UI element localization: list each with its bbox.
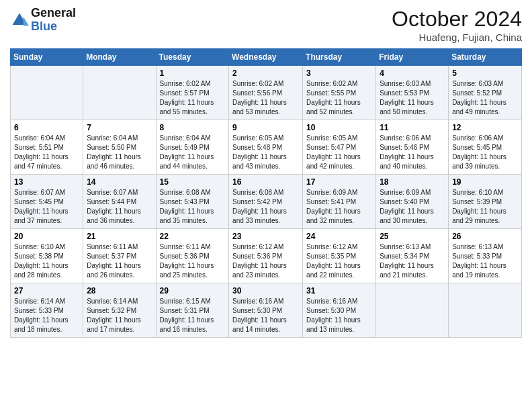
logo-blue: Blue xyxy=(31,20,76,34)
day-number: 25 xyxy=(380,232,445,241)
day-info: Sunrise: 6:08 AM Sunset: 5:42 PM Dayligh… xyxy=(232,188,299,226)
logo-general: General xyxy=(31,7,76,20)
calendar-day-cell: 20Sunrise: 6:10 AM Sunset: 5:38 PM Dayli… xyxy=(11,229,83,283)
calendar-day-cell: 11Sunrise: 6:06 AM Sunset: 5:46 PM Dayli… xyxy=(376,120,449,175)
day-info: Sunrise: 6:07 AM Sunset: 5:44 PM Dayligh… xyxy=(87,188,152,226)
calendar-day-cell xyxy=(83,66,156,120)
day-info: Sunrise: 6:05 AM Sunset: 5:48 PM Dayligh… xyxy=(232,134,299,171)
day-info: Sunrise: 6:11 AM Sunset: 5:37 PM Dayligh… xyxy=(87,242,152,280)
calendar-day-cell: 9Sunrise: 6:05 AM Sunset: 5:48 PM Daylig… xyxy=(229,120,303,175)
day-info: Sunrise: 6:03 AM Sunset: 5:52 PM Dayligh… xyxy=(452,79,518,117)
svg-marker-1 xyxy=(24,16,29,26)
day-number: 18 xyxy=(380,177,445,187)
logo-icon xyxy=(10,11,29,30)
calendar-day-cell: 7Sunrise: 6:04 AM Sunset: 5:50 PM Daylig… xyxy=(83,120,156,175)
calendar-day-cell: 29Sunrise: 6:15 AM Sunset: 5:31 PM Dayli… xyxy=(156,283,229,338)
day-number: 8 xyxy=(160,123,226,132)
day-info: Sunrise: 6:04 AM Sunset: 5:50 PM Dayligh… xyxy=(87,134,152,171)
day-number: 10 xyxy=(306,123,372,132)
calendar-day-cell: 23Sunrise: 6:12 AM Sunset: 5:36 PM Dayli… xyxy=(229,229,303,283)
day-number: 12 xyxy=(452,123,518,132)
day-number: 17 xyxy=(306,177,372,187)
day-info: Sunrise: 6:12 AM Sunset: 5:35 PM Dayligh… xyxy=(306,242,372,280)
day-number: 4 xyxy=(380,68,445,78)
title-block: October 2024 Huafeng, Fujian, China xyxy=(392,7,522,43)
day-number: 7 xyxy=(87,123,152,132)
calendar-day-cell: 15Sunrise: 6:08 AM Sunset: 5:43 PM Dayli… xyxy=(156,175,229,229)
day-number: 9 xyxy=(232,123,299,132)
calendar-day-cell: 16Sunrise: 6:08 AM Sunset: 5:42 PM Dayli… xyxy=(229,175,303,229)
calendar-day-cell: 26Sunrise: 6:13 AM Sunset: 5:33 PM Dayli… xyxy=(449,229,522,283)
day-info: Sunrise: 6:05 AM Sunset: 5:47 PM Dayligh… xyxy=(306,134,372,171)
day-number: 22 xyxy=(160,232,226,241)
day-number: 31 xyxy=(306,286,372,295)
day-of-week-header: Friday xyxy=(376,49,449,66)
day-info: Sunrise: 6:02 AM Sunset: 5:56 PM Dayligh… xyxy=(232,79,299,117)
calendar-day-cell: 31Sunrise: 6:16 AM Sunset: 5:30 PM Dayli… xyxy=(303,283,376,338)
day-number: 24 xyxy=(306,232,372,241)
day-info: Sunrise: 6:04 AM Sunset: 5:51 PM Dayligh… xyxy=(14,134,79,171)
calendar-day-cell xyxy=(376,283,449,338)
calendar-table: SundayMondayTuesdayWednesdayThursdayFrid… xyxy=(10,48,522,338)
month-title: October 2024 xyxy=(392,7,522,32)
day-of-week-header: Monday xyxy=(83,49,156,66)
day-info: Sunrise: 6:02 AM Sunset: 5:55 PM Dayligh… xyxy=(306,79,372,117)
day-info: Sunrise: 6:06 AM Sunset: 5:46 PM Dayligh… xyxy=(380,134,445,171)
day-info: Sunrise: 6:06 AM Sunset: 5:45 PM Dayligh… xyxy=(452,134,518,171)
calendar-day-cell: 22Sunrise: 6:11 AM Sunset: 5:36 PM Dayli… xyxy=(156,229,229,283)
location: Huafeng, Fujian, China xyxy=(392,32,522,43)
calendar-week-row: 20Sunrise: 6:10 AM Sunset: 5:38 PM Dayli… xyxy=(11,229,522,283)
calendar-day-cell xyxy=(11,66,83,120)
day-info: Sunrise: 6:09 AM Sunset: 5:41 PM Dayligh… xyxy=(306,188,372,226)
day-info: Sunrise: 6:12 AM Sunset: 5:36 PM Dayligh… xyxy=(232,242,299,280)
calendar-week-row: 1Sunrise: 6:02 AM Sunset: 5:57 PM Daylig… xyxy=(11,66,522,120)
day-number: 29 xyxy=(160,286,226,295)
calendar-day-cell: 13Sunrise: 6:07 AM Sunset: 5:45 PM Dayli… xyxy=(11,175,83,229)
calendar-day-cell xyxy=(449,283,522,338)
calendar-week-row: 6Sunrise: 6:04 AM Sunset: 5:51 PM Daylig… xyxy=(11,120,522,175)
day-of-week-header: Wednesday xyxy=(229,49,303,66)
calendar-week-row: 27Sunrise: 6:14 AM Sunset: 5:33 PM Dayli… xyxy=(11,283,522,338)
day-of-week-header: Thursday xyxy=(303,49,376,66)
day-info: Sunrise: 6:13 AM Sunset: 5:34 PM Dayligh… xyxy=(380,242,445,280)
day-info: Sunrise: 6:15 AM Sunset: 5:31 PM Dayligh… xyxy=(160,297,226,334)
calendar-day-cell: 5Sunrise: 6:03 AM Sunset: 5:52 PM Daylig… xyxy=(449,66,522,120)
calendar-day-cell: 3Sunrise: 6:02 AM Sunset: 5:55 PM Daylig… xyxy=(303,66,376,120)
calendar-day-cell: 21Sunrise: 6:11 AM Sunset: 5:37 PM Dayli… xyxy=(83,229,156,283)
day-number: 13 xyxy=(14,177,79,187)
day-info: Sunrise: 6:14 AM Sunset: 5:33 PM Dayligh… xyxy=(14,297,79,334)
day-number: 20 xyxy=(14,232,79,241)
day-of-week-header: Saturday xyxy=(449,49,522,66)
calendar-header-row: SundayMondayTuesdayWednesdayThursdayFrid… xyxy=(11,49,522,66)
day-number: 6 xyxy=(14,123,79,132)
day-info: Sunrise: 6:07 AM Sunset: 5:45 PM Dayligh… xyxy=(14,188,79,226)
day-number: 2 xyxy=(232,68,299,78)
day-number: 23 xyxy=(232,232,299,241)
day-info: Sunrise: 6:16 AM Sunset: 5:30 PM Dayligh… xyxy=(232,297,299,334)
calendar-day-cell: 4Sunrise: 6:03 AM Sunset: 5:53 PM Daylig… xyxy=(376,66,449,120)
day-info: Sunrise: 6:11 AM Sunset: 5:36 PM Dayligh… xyxy=(160,242,226,280)
calendar-day-cell: 6Sunrise: 6:04 AM Sunset: 5:51 PM Daylig… xyxy=(11,120,83,175)
page-container: General Blue October 2024 Huafeng, Fujia… xyxy=(0,0,532,341)
day-of-week-header: Sunday xyxy=(11,49,83,66)
day-number: 14 xyxy=(87,177,152,187)
day-number: 16 xyxy=(232,177,299,187)
day-number: 1 xyxy=(160,68,226,78)
calendar-week-row: 13Sunrise: 6:07 AM Sunset: 5:45 PM Dayli… xyxy=(11,175,522,229)
calendar-day-cell: 17Sunrise: 6:09 AM Sunset: 5:41 PM Dayli… xyxy=(303,175,376,229)
day-number: 19 xyxy=(452,177,518,187)
day-info: Sunrise: 6:02 AM Sunset: 5:57 PM Dayligh… xyxy=(160,79,226,117)
calendar-day-cell: 24Sunrise: 6:12 AM Sunset: 5:35 PM Dayli… xyxy=(303,229,376,283)
calendar-day-cell: 1Sunrise: 6:02 AM Sunset: 5:57 PM Daylig… xyxy=(156,66,229,120)
day-info: Sunrise: 6:16 AM Sunset: 5:30 PM Dayligh… xyxy=(306,297,372,334)
calendar-day-cell: 10Sunrise: 6:05 AM Sunset: 5:47 PM Dayli… xyxy=(303,120,376,175)
calendar-day-cell: 8Sunrise: 6:04 AM Sunset: 5:49 PM Daylig… xyxy=(156,120,229,175)
day-number: 11 xyxy=(380,123,445,132)
day-info: Sunrise: 6:10 AM Sunset: 5:39 PM Dayligh… xyxy=(452,188,518,226)
day-number: 3 xyxy=(306,68,372,78)
calendar-day-cell: 14Sunrise: 6:07 AM Sunset: 5:44 PM Dayli… xyxy=(83,175,156,229)
day-info: Sunrise: 6:03 AM Sunset: 5:53 PM Dayligh… xyxy=(380,79,445,117)
calendar-day-cell: 25Sunrise: 6:13 AM Sunset: 5:34 PM Dayli… xyxy=(376,229,449,283)
calendar-day-cell: 28Sunrise: 6:14 AM Sunset: 5:32 PM Dayli… xyxy=(83,283,156,338)
logo: General Blue xyxy=(10,7,76,34)
